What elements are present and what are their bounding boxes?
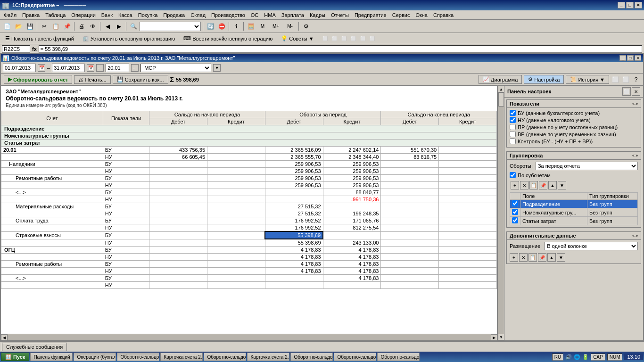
grouping-del-btn[interactable]: ✕ xyxy=(520,181,528,189)
grouping-row-stat[interactable]: Статьи затрат Без групп xyxy=(510,217,638,225)
taskbar-panel-func[interactable]: Панель функций xyxy=(30,353,73,361)
menu-operations[interactable]: Операции xyxy=(68,11,98,19)
menu-kassa[interactable]: Касса xyxy=(116,11,135,19)
report-scroll-area[interactable]: ЗАО "Металлургспецремонт" Оборотно-сальд… xyxy=(1,86,497,334)
info-btn[interactable]: ℹ xyxy=(231,21,241,32)
doc-close-btn[interactable]: ✕ xyxy=(635,55,641,61)
hscroll-left-btn[interactable]: ◀ xyxy=(1,334,8,340)
formula-input[interactable]: = 55 398,69 xyxy=(39,45,642,53)
addl-del-btn[interactable]: ✕ xyxy=(519,253,528,262)
addl-copy-btn[interactable]: 📋 xyxy=(528,253,537,262)
menu-sell[interactable]: Продажа xyxy=(160,11,188,19)
doc-maximize-btn[interactable]: □ xyxy=(627,55,634,61)
tb-extra3[interactable]: ⬜ xyxy=(340,34,348,43)
menu-help[interactable]: Справка xyxy=(430,11,456,19)
menu-os[interactable]: ОС xyxy=(248,11,262,19)
addl-up-btn[interactable]: ▲ xyxy=(547,253,556,262)
org-extra-btn[interactable]: ▼ xyxy=(213,64,221,72)
tb-extra5[interactable]: ⬜ xyxy=(359,34,367,43)
hscroll-right-btn[interactable]: ▶ xyxy=(491,334,497,340)
layout-combo[interactable]: В одной колонке xyxy=(545,242,638,250)
grouping-paste-btn[interactable]: 📌 xyxy=(539,181,547,189)
tb-extra4[interactable]: ⬜ xyxy=(349,34,358,43)
grouping-arrow-next[interactable]: » xyxy=(636,153,638,158)
taskbar-osv5[interactable]: Оборотно-сальдо... xyxy=(377,353,420,361)
menu-table[interactable]: Таблица xyxy=(42,11,68,19)
row-nomen-cb[interactable] xyxy=(512,209,518,215)
turnover-combo[interactable]: За период отчета xyxy=(536,162,638,170)
account-field[interactable]: 20.01 xyxy=(106,64,129,72)
settings-btn[interactable]: ⚙ Настройка xyxy=(524,75,564,84)
menu-windows[interactable]: Окна xyxy=(413,11,430,19)
close-btn[interactable]: ✕ xyxy=(635,2,642,8)
save-btn[interactable]: 💾 xyxy=(25,21,35,32)
grouping-arrow-prev[interactable]: « xyxy=(632,153,635,158)
menu-enterprise[interactable]: Предприятие xyxy=(352,11,389,19)
menu-buy[interactable]: Покупка xyxy=(135,11,161,19)
minimize-btn[interactable]: _ xyxy=(618,2,625,8)
addl-arrow-prev[interactable]: « xyxy=(632,233,635,238)
vscroll-thumb[interactable] xyxy=(498,92,504,107)
start-button[interactable]: 🪟 Пуск xyxy=(1,353,29,361)
maximize-btn[interactable]: □ xyxy=(626,2,634,8)
taskbar-kartochka2[interactable]: Карточка счета 2... xyxy=(247,353,289,361)
mminus-btn[interactable]: M- xyxy=(283,21,297,32)
selected-cell[interactable]: 55 398,69 xyxy=(265,231,323,239)
mplus-btn[interactable]: M+ xyxy=(269,21,282,32)
menu-edit[interactable]: Правка xyxy=(19,11,42,19)
taskbar-operations[interactable]: Операции (бухгал... xyxy=(74,353,116,361)
menu-staff[interactable]: Кадры xyxy=(307,11,328,19)
addl-add-btn[interactable]: + xyxy=(510,253,518,262)
extra-btn[interactable]: ⚙ xyxy=(301,21,311,32)
taskbar-osv2[interactable]: Оборотно-сальдо... xyxy=(204,353,246,361)
indicator-nu-checkbox[interactable] xyxy=(510,117,516,123)
rpt-extra2[interactable]: ⬜ xyxy=(621,75,630,84)
date-extra-btn[interactable]: ... xyxy=(96,64,104,72)
service-messages-btn[interactable]: Служебные сообщения xyxy=(2,343,67,351)
addl-down-btn[interactable]: ▼ xyxy=(557,253,565,262)
rpt-help[interactable]: ? xyxy=(632,75,640,84)
copy-btn[interactable]: 📋 xyxy=(50,21,61,32)
account-select-btn[interactable]: ... xyxy=(131,64,139,72)
date-to-field[interactable]: 31.07.2013 xyxy=(52,64,85,72)
search-combo[interactable] xyxy=(140,22,201,31)
enter-op-btn[interactable]: ⌨ Ввести хозяйственную операцию xyxy=(180,34,276,43)
preview-btn[interactable]: 👁 xyxy=(88,21,98,32)
show-panel-btn[interactable]: ☰ Показать панель функций xyxy=(2,34,77,43)
date-from-calendar-btn[interactable]: 📅 xyxy=(38,64,45,72)
indicator-pr-checkbox[interactable] xyxy=(510,124,516,130)
taskbar-osv4[interactable]: Оборотно-сальдо... xyxy=(334,353,376,361)
tips-btn[interactable]: 💡 Советы ▼ xyxy=(278,34,317,43)
row-stat-cb[interactable] xyxy=(512,217,518,223)
date-to-calendar-btn[interactable]: 📅 xyxy=(87,64,94,72)
cell-reference[interactable]: R22C5 xyxy=(2,45,30,53)
grouping-down-btn[interactable]: ▼ xyxy=(558,181,566,189)
taskbar-osv3[interactable]: Оборотно-сальдо... xyxy=(290,353,333,361)
paste-btn[interactable]: 📌 xyxy=(62,21,72,32)
forward-btn[interactable]: ▶ xyxy=(114,21,124,32)
vscroll-up-btn[interactable]: ▲ xyxy=(498,86,504,92)
calc-btn[interactable]: 🧮 xyxy=(246,21,256,32)
menu-warehouse[interactable]: Склад xyxy=(188,11,208,19)
grouping-add-btn[interactable]: + xyxy=(511,181,519,189)
menu-salary[interactable]: Зарплата xyxy=(279,11,307,19)
vscroll-down-btn[interactable]: ▼ xyxy=(498,334,504,340)
tb-extra2[interactable]: ⬜ xyxy=(330,34,339,43)
menu-service[interactable]: Сервис xyxy=(389,11,413,19)
grouping-row-podrazd[interactable]: Подразделение Без групп xyxy=(510,200,638,208)
menu-production[interactable]: Производство xyxy=(208,11,248,19)
indicator-bu-checkbox[interactable] xyxy=(510,110,516,116)
vscroll-track[interactable] xyxy=(498,92,504,334)
indicator-ctrl-checkbox[interactable] xyxy=(510,138,516,144)
grouping-up-btn[interactable]: ▲ xyxy=(548,181,557,189)
taskbar-osv1[interactable]: Оборотно-сальдо... xyxy=(117,353,159,361)
panel-prop-btn[interactable]: ⬜ xyxy=(622,87,631,96)
addl-paste-btn[interactable]: 📌 xyxy=(538,253,546,262)
refresh-btn[interactable]: 🔄 xyxy=(205,21,215,32)
back-btn[interactable]: ◀ xyxy=(102,21,113,32)
form-report-btn[interactable]: ▶ Сформировать отчет xyxy=(4,75,72,84)
menu-file[interactable]: Файл xyxy=(1,11,19,19)
m-btn[interactable]: M xyxy=(257,21,268,32)
new-btn[interactable]: 📄 xyxy=(2,21,12,32)
print-btn[interactable]: 🖨 xyxy=(76,21,87,32)
